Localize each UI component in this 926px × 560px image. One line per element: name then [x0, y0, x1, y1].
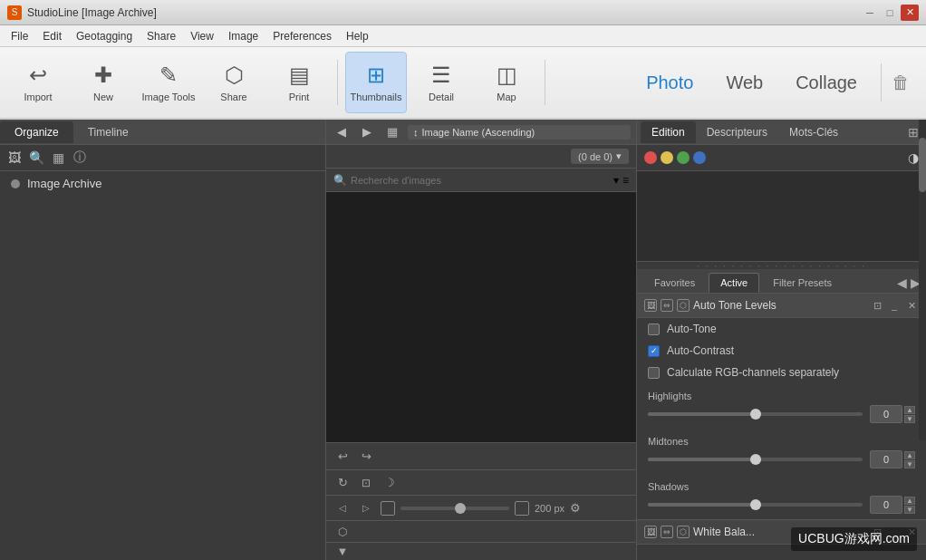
tab-organize[interactable]: Organize: [0, 121, 73, 143]
zoom-slider[interactable]: [400, 507, 509, 510]
detail-button[interactable]: ☰ Detail: [410, 52, 472, 113]
wb-close-button[interactable]: ✕: [904, 525, 919, 539]
map-button[interactable]: ◫ Map: [476, 52, 537, 113]
collage-mode-button[interactable]: Collage: [779, 65, 873, 101]
back-button[interactable]: ◀: [332, 122, 352, 142]
import-button[interactable]: ↩ Import: [7, 52, 69, 113]
shadows-slider[interactable]: [648, 503, 863, 507]
search-menu-icon[interactable]: ≡: [622, 174, 629, 187]
crop-button[interactable]: ⊡: [357, 474, 375, 492]
tone-expand-button[interactable]: ⊡: [870, 298, 884, 313]
halfmoon-button[interactable]: ☽: [381, 474, 399, 492]
new-button[interactable]: ✚ New: [72, 52, 134, 113]
contrast-icon[interactable]: ◑: [908, 150, 919, 165]
highlights-down-arrow[interactable]: ▼: [904, 415, 915, 423]
menu-item-preferences[interactable]: Preferences: [265, 27, 339, 45]
close-button[interactable]: ✕: [901, 5, 919, 21]
color-dot-red[interactable]: [644, 151, 657, 164]
zoom-rect-icon: [381, 501, 395, 516]
midtones-slider[interactable]: [648, 458, 863, 461]
search-magnifier-icon: 🔍: [333, 174, 347, 187]
calc-rgb-checkbox[interactable]: [648, 367, 660, 379]
image-tools-label: Image Tools: [141, 92, 195, 102]
zoom-in-button[interactable]: ◁: [333, 499, 352, 517]
highlights-slider-row: 0 ▲ ▼: [648, 405, 915, 423]
highlights-up-arrow[interactable]: ▲: [904, 406, 915, 414]
search-bar: 🔍 ▾ ≡: [326, 169, 636, 192]
redo-button[interactable]: ↪: [357, 448, 375, 466]
highlights-slider[interactable]: [648, 412, 863, 416]
image-tools-button[interactable]: ✎ Image Tools: [138, 52, 199, 113]
grid-view-icon[interactable]: ▦: [49, 149, 67, 167]
app-icon: S: [7, 5, 22, 20]
zoom-out-button[interactable]: ▷: [357, 499, 375, 517]
color-dot-green[interactable]: [677, 151, 690, 164]
filter-button[interactable]: ▼: [333, 543, 352, 561]
maximize-button[interactable]: □: [881, 5, 899, 21]
shadows-thumb[interactable]: [750, 499, 761, 510]
tab-timeline[interactable]: Timeline: [73, 121, 143, 143]
shadows-up-arrow[interactable]: ▲: [904, 497, 915, 505]
filter-prev-button[interactable]: ◀: [897, 275, 907, 290]
auto-contrast-label: Auto-Contrast: [667, 344, 734, 357]
tab-edition[interactable]: Edition: [641, 121, 696, 143]
rotate-button[interactable]: ↻: [333, 474, 352, 492]
midtones-thumb[interactable]: [750, 454, 761, 465]
undo-button[interactable]: ↩: [333, 448, 352, 466]
auto-tone-checkbox[interactable]: [648, 323, 660, 335]
auto-contrast-checkbox[interactable]: [648, 345, 660, 357]
zoom-thumb[interactable]: [455, 503, 466, 514]
settings-icon[interactable]: ⚙: [570, 501, 581, 515]
wb-expand-button[interactable]: ⊡: [870, 525, 884, 539]
menu-item-share[interactable]: Share: [140, 27, 183, 45]
bottom-controls-row1: ↩ ↪: [326, 442, 636, 469]
color-dot-blue[interactable]: [693, 151, 706, 164]
tab-favorites[interactable]: Favorites: [642, 273, 707, 293]
photo-mode-button[interactable]: Photo: [630, 65, 709, 101]
color-dot-yellow[interactable]: [661, 151, 673, 164]
thumbnails-button[interactable]: ⊞ Thumbnails: [345, 52, 407, 113]
scrollbar-thumb[interactable]: [919, 138, 926, 192]
midtones-down-arrow[interactable]: ▼: [904, 460, 915, 468]
highlights-value-box: 0 ▲ ▼: [870, 405, 915, 423]
archive-view-icon[interactable]: 🖼: [5, 149, 24, 167]
highlights-thumb[interactable]: [750, 409, 761, 420]
menu-item-edit[interactable]: Edit: [35, 27, 69, 45]
tone-minimize-button[interactable]: _: [887, 298, 902, 313]
tab-descripteurs[interactable]: Descripteurs: [696, 121, 778, 143]
search-input[interactable]: [351, 175, 610, 186]
tab-mots-cles[interactable]: Mots-Clés: [778, 121, 849, 143]
search-options-icon[interactable]: ▾: [613, 174, 619, 187]
sort-selector[interactable]: ↕ Image Name (Ascending): [408, 125, 631, 140]
search-icon[interactable]: 🔍: [27, 149, 45, 167]
minimize-button[interactable]: ─: [861, 5, 879, 21]
menu-item-image[interactable]: Image: [221, 27, 265, 45]
menu-item-help[interactable]: Help: [339, 27, 376, 45]
print-label: Print: [289, 92, 310, 102]
tab-active[interactable]: Active: [709, 273, 759, 293]
share-icon: ⬡: [225, 63, 244, 88]
midtones-up-arrow[interactable]: ▲: [904, 451, 915, 459]
midtones-value-box: 0 ▲ ▼: [870, 450, 915, 468]
image-count-badge[interactable]: (0 de 0) ▾: [571, 149, 629, 164]
forward-button[interactable]: ▶: [357, 122, 377, 142]
shadows-down-arrow[interactable]: ▼: [904, 506, 915, 514]
image-count-bar: (0 de 0) ▾: [326, 145, 636, 169]
share-button[interactable]: ⬡ Share: [203, 52, 265, 113]
menu-item-file[interactable]: File: [4, 27, 35, 45]
tone-close-button[interactable]: ✕: [904, 298, 919, 313]
image-archive-item[interactable]: Image Archive: [0, 171, 325, 196]
menu-item-geotagging[interactable]: Geotagging: [69, 27, 140, 45]
info-icon[interactable]: ⓘ: [71, 149, 89, 167]
trash-button[interactable]: 🗑: [881, 63, 919, 101]
thumbnails-icon: ⊞: [367, 63, 385, 88]
export-button[interactable]: ⬡: [333, 523, 352, 541]
tab-filter-presets[interactable]: Filter Presets: [761, 273, 844, 293]
wb-minimize-button[interactable]: _: [887, 525, 902, 539]
filter-nav: ◀ ▶: [897, 275, 921, 290]
right-panel-scrollbar[interactable]: [919, 120, 926, 440]
print-button[interactable]: ▤ Print: [268, 52, 330, 113]
menu-item-view[interactable]: View: [183, 27, 221, 45]
web-mode-button[interactable]: Web: [709, 65, 779, 101]
grid-icon[interactable]: ▦: [382, 122, 402, 142]
